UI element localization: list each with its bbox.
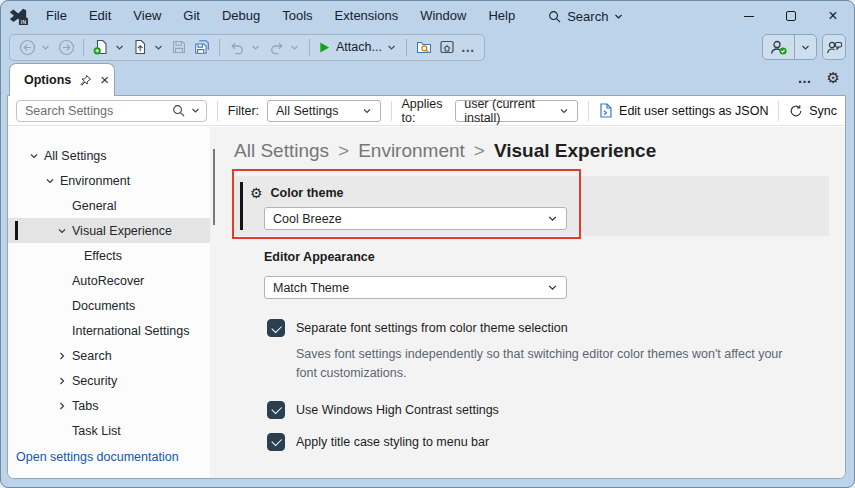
undo-dropdown-chevron-icon[interactable] [251,43,262,52]
save-button[interactable] [170,38,188,56]
close-button[interactable]: × [812,1,854,31]
chevron-down-icon[interactable] [44,176,56,186]
maximize-icon [786,11,796,21]
attach-debug-button[interactable]: Attach... [318,40,382,54]
toolbar-separator [406,39,407,56]
sidebar-item-tabs[interactable]: Tabs [8,393,210,418]
options-panel: Filter: All Settings Applies to: user (c… [7,95,846,479]
breadcrumb: All Settings > Environment > Visual Expe… [234,140,845,162]
navigate-back-button[interactable] [18,38,36,56]
menu-edit[interactable]: Edit [78,1,122,31]
titlebar-search[interactable]: Search [548,9,623,24]
high-contrast-checkbox[interactable] [267,401,285,419]
account-button[interactable] [763,35,795,59]
gear-icon[interactable]: ⚙ [827,69,840,87]
redo-dropdown-chevron-icon[interactable] [290,43,301,52]
sidebar-item-label: Documents [72,299,135,313]
color-theme-value: Cool Breeze [273,212,342,226]
sidebar-item-all-settings[interactable]: All Settings [8,143,210,168]
breadcrumb-environment[interactable]: Environment [358,140,465,162]
breadcrumb-separator: > [474,140,485,162]
search-input[interactable] [25,104,166,118]
attach-label: Attach... [336,40,382,54]
svg-text:IN: IN [21,19,27,25]
pin-icon[interactable] [79,74,92,87]
redo-button[interactable] [267,38,285,56]
checkbox-label: Separate font settings from color theme … [296,321,568,335]
attach-dropdown-chevron-icon[interactable] [387,43,398,52]
title-case-menu-bar-checkbox[interactable] [267,433,285,451]
toolbar-group: Attach... … [9,34,485,61]
sidebar-item-autorecover[interactable]: AutoRecover [8,268,210,293]
sidebar-item-label: Search [72,349,112,363]
sidebar-item-international-settings[interactable]: International Settings [8,318,210,343]
tab-options[interactable]: Options × [9,63,115,96]
menu-tools[interactable]: Tools [271,1,323,31]
menu-extensions[interactable]: Extensions [324,1,410,31]
panel-body: All Settings Environment General Visual … [8,127,845,478]
sidebar-item-visual-experience[interactable]: Visual Experience [8,218,210,243]
sidebar-item-search[interactable]: Search [8,343,210,368]
menu-debug[interactable]: Debug [211,1,271,31]
menu-help[interactable]: Help [477,1,526,31]
sidebar-item-label: Effects [84,249,122,263]
toolbar-overflow-button[interactable]: … [461,39,476,55]
search-icon[interactable] [172,104,185,117]
new-file-dropdown-chevron-icon[interactable] [115,43,126,52]
breadcrumb-visual-experience: Visual Experience [494,140,656,162]
menu-window[interactable]: Window [409,1,477,31]
sidebar-item-effects[interactable]: Effects [8,243,210,268]
color-theme-dropdown[interactable]: Cool Breeze [264,207,567,230]
sidebar-item-task-list[interactable]: Task List [8,418,210,443]
breadcrumb-all-settings[interactable]: All Settings [234,140,329,162]
menu-git[interactable]: Git [172,1,211,31]
json-document-icon [599,103,613,118]
tab-close-icon[interactable]: × [100,73,109,87]
save-all-button[interactable] [193,38,211,56]
sidebar-item-label: International Settings [72,324,189,338]
minimize-icon [744,16,754,17]
checkbox-row-title-case-menu-bar: Apply title case styling to menu bar [267,433,845,451]
filter-dropdown[interactable]: All Settings [267,100,381,122]
sidebar-item-documents[interactable]: Documents [8,293,210,318]
navigate-forward-button[interactable] [57,38,75,56]
sidebar-item-environment[interactable]: Environment [8,168,210,193]
sidebar-item-label: General [72,199,116,213]
menu-file[interactable]: File [35,1,78,31]
minimize-button[interactable] [728,1,770,31]
menu-view[interactable]: View [122,1,172,31]
search-options-chevron-icon[interactable] [191,106,200,115]
open-file-dropdown-chevron-icon[interactable] [154,43,165,52]
settings-search-box[interactable] [16,100,207,122]
chevron-down-icon[interactable] [56,226,68,236]
tree-scrollbar-thumb[interactable] [213,149,215,225]
tab-overflow-button[interactable]: … [798,70,813,86]
chevron-down-icon [614,12,623,21]
sidebar-item-label: Tabs [72,399,98,413]
sidebar-item-security[interactable]: Security [8,368,210,393]
maximize-button[interactable] [770,1,812,31]
applies-to-dropdown[interactable]: user (current install) [455,100,578,122]
checkbox-label: Apply title case styling to menu bar [296,435,489,449]
account-dropdown-chevron-icon[interactable] [795,35,816,59]
sidebar-item-label: Environment [60,174,130,188]
feedback-button[interactable] [822,34,846,60]
chevron-right-icon[interactable] [56,376,68,386]
edit-json-button[interactable]: Edit user settings as JSON [599,103,768,118]
find-in-files-icon[interactable] [415,38,433,56]
window-home-icon[interactable] [438,38,456,56]
back-dropdown-chevron-icon[interactable] [41,43,52,52]
chevron-right-icon[interactable] [56,401,68,411]
separate-font-settings-checkbox[interactable] [267,319,285,337]
sidebar-item-general[interactable]: General [8,193,210,218]
checkbox-row-high-contrast: Use Windows High Contrast settings [267,401,845,419]
open-file-button[interactable] [131,38,149,56]
editor-appearance-dropdown[interactable]: Match Theme [264,276,567,299]
undo-button[interactable] [228,38,246,56]
open-settings-documentation-link[interactable]: Open settings documentation [16,450,179,464]
sync-button[interactable]: Sync [789,104,837,118]
chevron-down-icon [547,282,558,293]
new-file-button[interactable] [92,38,110,56]
chevron-down-icon[interactable] [28,151,40,161]
chevron-right-icon[interactable] [56,351,68,361]
